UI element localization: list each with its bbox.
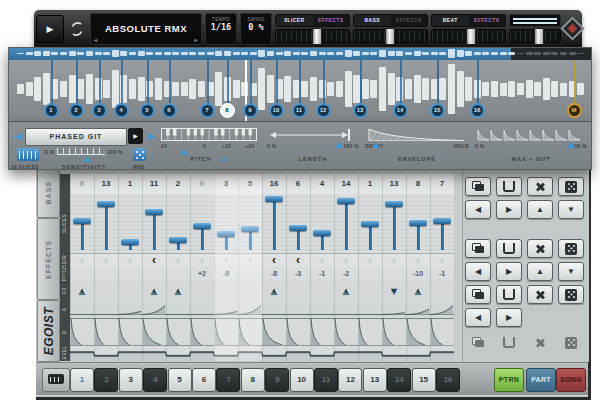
preset-display[interactable]: ABSOLUTE RMX ◂ ▸	[90, 13, 202, 45]
pitch-cell[interactable]	[94, 266, 118, 281]
sensitivity-control[interactable]: 0 % 100 % SENSITIVITY	[45, 148, 123, 170]
shift-down-button[interactable]: ▼	[558, 262, 584, 281]
preset-prev-icon[interactable]: ◂	[94, 37, 98, 43]
slice-marker-8[interactable]: 8	[220, 103, 235, 118]
random-dice-icon[interactable]	[133, 148, 146, 161]
clear-button[interactable]	[527, 333, 553, 352]
slice-marker-6[interactable]: 6	[162, 103, 177, 118]
pattern-step-13[interactable]: 13	[363, 368, 387, 392]
pattern-step-11[interactable]: 11	[314, 368, 338, 392]
sidebar-tab-bass[interactable]: BASS	[37, 168, 60, 218]
slice-marker-2[interactable]: 2	[69, 103, 84, 118]
paste-button[interactable]	[496, 177, 522, 196]
slice-slider-handle[interactable]	[361, 221, 379, 227]
slider-handle[interactable]	[534, 28, 544, 45]
pitch-cell[interactable]: -8	[262, 266, 286, 281]
slider-handle[interactable]	[312, 28, 322, 45]
slice-slider-handle[interactable]	[145, 209, 163, 215]
play-button[interactable]: ▶	[36, 15, 64, 43]
copy-button[interactable]	[465, 285, 491, 304]
pitch-cell[interactable]: -9	[214, 266, 238, 281]
slice-number-cell[interactable]: 2	[166, 174, 190, 194]
length-marker[interactable]	[335, 142, 343, 148]
slice-slider-handle[interactable]	[217, 231, 235, 237]
swing-box[interactable]: SWING 0 % ·····	[240, 13, 272, 45]
slice-number-cell[interactable]: 7	[430, 174, 454, 194]
preset-next-arrow[interactable]: ▶	[148, 131, 155, 141]
slice-number-cell[interactable]: 1	[118, 174, 142, 194]
mode-pattern-button[interactable]: PTRN	[494, 368, 524, 392]
slice-marker-9[interactable]: 9	[243, 103, 258, 118]
slice-marker-4[interactable]: 4	[114, 103, 129, 118]
slice-number-cell[interactable]: 13	[94, 174, 118, 194]
pitch-marker[interactable]	[180, 149, 188, 155]
envelope-control[interactable]: DECAY HOLD ENVELOPE	[365, 126, 469, 166]
mode-song-button[interactable]: SONG	[556, 368, 586, 392]
copy-button[interactable]	[465, 177, 491, 196]
pattern-step-8[interactable]: 8	[241, 368, 265, 392]
pitch-cell[interactable]: -1	[430, 266, 454, 281]
pattern-step-14[interactable]: 14	[387, 368, 411, 392]
pitch-cell[interactable]: -10	[406, 266, 430, 281]
fx-cell[interactable]: ▲fx	[262, 281, 286, 302]
shift-left-button[interactable]: ◀	[465, 308, 491, 327]
slice-marker-7[interactable]: 7	[200, 103, 215, 118]
bass-tab[interactable]: BASS	[354, 15, 391, 26]
copy-button[interactable]	[465, 239, 491, 258]
slice-number-cell[interactable]: 13	[382, 174, 406, 194]
pitch-cell[interactable]	[142, 266, 166, 281]
pattern-step-9[interactable]: 9	[265, 368, 289, 392]
slice-number-cell[interactable]: 5	[238, 174, 262, 194]
slice-marker-13[interactable]: 13	[353, 103, 368, 118]
pattern-step-6[interactable]: 6	[192, 368, 216, 392]
fx-cell[interactable]: ▲fx	[334, 281, 358, 302]
maxout-marker[interactable]	[567, 142, 575, 148]
pitch-cell[interactable]: -3	[286, 266, 310, 281]
slice-slider-handle[interactable]	[121, 239, 139, 245]
waveform-display[interactable]: 12345678910111213141516M	[9, 60, 591, 121]
pattern-step-12[interactable]: 12	[338, 368, 362, 392]
decay-row[interactable]	[70, 317, 454, 347]
slice-marker-1[interactable]: 1	[44, 103, 59, 118]
shift-up-button[interactable]: ▲	[527, 262, 553, 281]
slice-slider-handle[interactable]	[169, 237, 187, 243]
randomize-button[interactable]	[558, 285, 584, 304]
paste-button[interactable]	[496, 333, 522, 352]
slice-number-cell[interactable]: 4	[310, 174, 334, 194]
master-volume-slider[interactable]	[509, 29, 561, 43]
slicer-effects-tab[interactable]: EFFECTS	[313, 15, 350, 26]
slice-marker-15[interactable]: 15	[430, 103, 445, 118]
pattern-step-15[interactable]: 15	[412, 368, 436, 392]
pattern-step-16[interactable]: 16	[436, 368, 460, 392]
level-row[interactable]	[70, 347, 454, 361]
attack-row[interactable]	[70, 302, 454, 317]
pattern-step-3[interactable]: 3	[119, 368, 143, 392]
sidebar-tab-effects[interactable]: EFFECTS	[37, 218, 60, 300]
tempo-box[interactable]: TEMPO 1/16 ·····	[205, 13, 237, 45]
pitch-cell[interactable]	[358, 266, 382, 281]
pitch-cell[interactable]	[70, 266, 94, 281]
fx-cell[interactable]: ▲fx	[166, 281, 190, 302]
slider-handle[interactable]	[385, 28, 395, 45]
slice-marker-5[interactable]: 5	[140, 103, 155, 118]
fx-cell[interactable]: ▲fx	[406, 281, 430, 302]
slice-marker-12[interactable]: 12	[316, 103, 331, 118]
fx-cell[interactable]: ▲fx	[70, 281, 94, 302]
slice-slider-handle[interactable]	[289, 225, 307, 231]
mode-part-button[interactable]: PART	[526, 368, 556, 392]
slice-number-cell[interactable]: 1	[358, 174, 382, 194]
slicer-volume-slider[interactable]	[275, 29, 350, 43]
slice-slider-handle[interactable]	[385, 201, 403, 207]
randomize-button[interactable]	[558, 177, 584, 196]
shift-right-button[interactable]: ▶	[496, 200, 522, 219]
fx-cell[interactable]: ▲fx	[142, 281, 166, 302]
beat-effects-tab[interactable]: EFFECTS	[469, 15, 506, 26]
clear-button[interactable]	[527, 285, 553, 304]
fx-cell[interactable]: ▼fx	[382, 281, 406, 302]
copy-button[interactable]	[465, 333, 491, 352]
beat-tab[interactable]: BEAT	[432, 15, 469, 26]
beat-volume-slider[interactable]	[431, 29, 506, 43]
clear-button[interactable]	[527, 239, 553, 258]
bass-effects-tab[interactable]: EFFECTS	[391, 15, 428, 26]
slice-marker-14[interactable]: 14	[393, 103, 408, 118]
